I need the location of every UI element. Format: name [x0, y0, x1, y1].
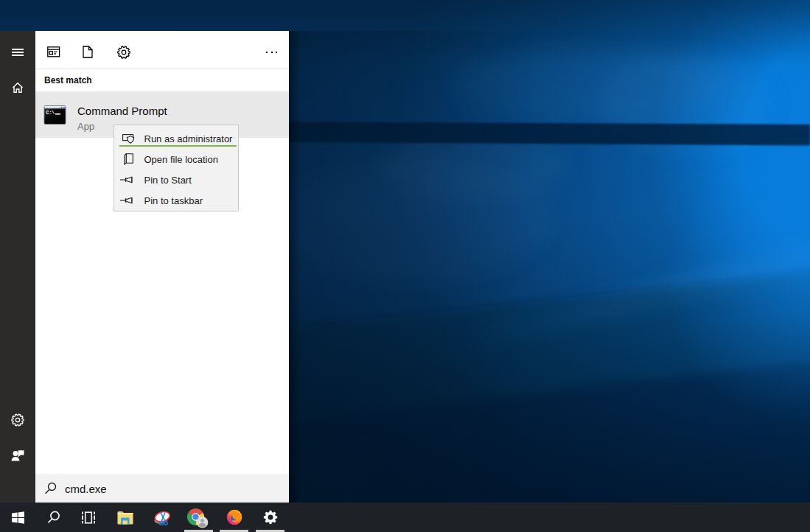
svg-text:C:\: C:\ — [46, 111, 55, 116]
